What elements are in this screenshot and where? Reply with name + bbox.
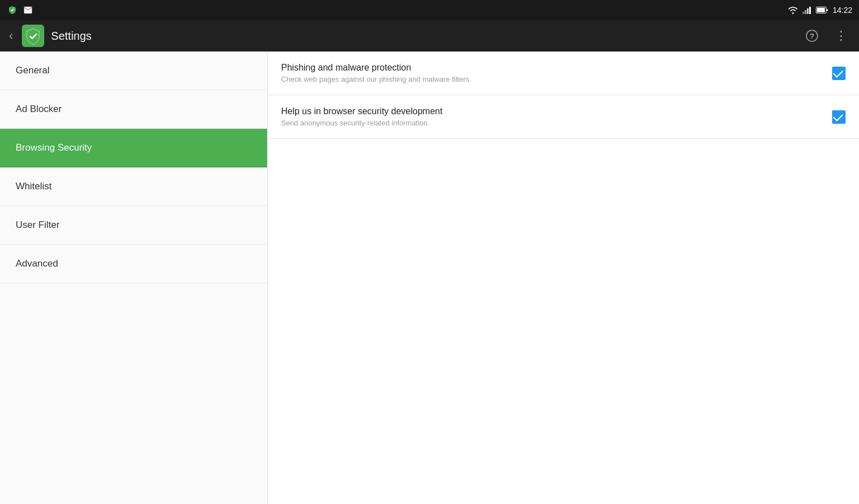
svg-rect-4 — [809, 7, 811, 14]
svg-rect-2 — [805, 10, 806, 14]
content-area: Phishing and malware protection Check we… — [268, 52, 859, 504]
checkbox-browser-security-checked[interactable] — [832, 110, 846, 124]
setting-title-browser-security: Help us in browser security development — [281, 106, 823, 116]
signal-icon — [802, 6, 811, 14]
setting-subtitle-phishing: Check web pages against our phishing and… — [281, 75, 823, 83]
checkbox-browser-security[interactable] — [832, 110, 846, 124]
svg-text:?: ? — [810, 32, 814, 40]
help-button[interactable]: ? — [803, 27, 821, 45]
shield-notif-icon — [7, 4, 18, 16]
svg-rect-6 — [817, 8, 825, 12]
status-bar-right: 14:22 — [788, 6, 852, 15]
setting-row-phishing: Phishing and malware protection Check we… — [268, 52, 859, 95]
svg-rect-3 — [807, 8, 809, 14]
back-arrow-icon[interactable]: ‹ — [9, 29, 13, 43]
app-logo-icon — [22, 25, 44, 47]
status-bar-left — [7, 4, 34, 16]
setting-text-phishing: Phishing and malware protection Check we… — [281, 63, 823, 83]
main-layout: General Ad Blocker Browsing Security Whi… — [0, 52, 859, 504]
app-bar: ‹ Settings ? ⋮ — [0, 20, 859, 52]
sidebar-item-ad-blocker[interactable]: Ad Blocker — [0, 90, 267, 129]
wifi-icon — [788, 6, 798, 14]
sidebar: General Ad Blocker Browsing Security Whi… — [0, 52, 268, 504]
setting-row-browser-security: Help us in browser security development … — [268, 95, 859, 139]
overflow-menu-button[interactable]: ⋮ — [832, 27, 850, 45]
sidebar-item-whitelist[interactable]: Whitelist — [0, 167, 267, 206]
status-bar: 14:22 — [0, 0, 859, 20]
gmail-icon — [22, 4, 34, 16]
battery-icon — [816, 7, 828, 13]
sidebar-item-general[interactable]: General — [0, 52, 267, 90]
app-title: Settings — [51, 30, 91, 43]
setting-subtitle-browser-security: Send anonymous security-related informat… — [281, 119, 823, 127]
app-bar-left: ‹ Settings — [9, 25, 92, 47]
svg-rect-1 — [802, 12, 804, 14]
checkbox-phishing[interactable] — [832, 67, 846, 80]
setting-text-browser-security: Help us in browser security development … — [281, 106, 823, 127]
checkbox-phishing-checked[interactable] — [832, 67, 846, 80]
setting-title-phishing: Phishing and malware protection — [281, 63, 823, 73]
sidebar-item-user-filter[interactable]: User Filter — [0, 206, 267, 245]
app-bar-right: ? ⋮ — [803, 27, 850, 45]
sidebar-item-advanced[interactable]: Advanced — [0, 245, 267, 283]
sidebar-item-browsing-security[interactable]: Browsing Security — [0, 129, 267, 167]
status-time: 14:22 — [833, 6, 852, 15]
